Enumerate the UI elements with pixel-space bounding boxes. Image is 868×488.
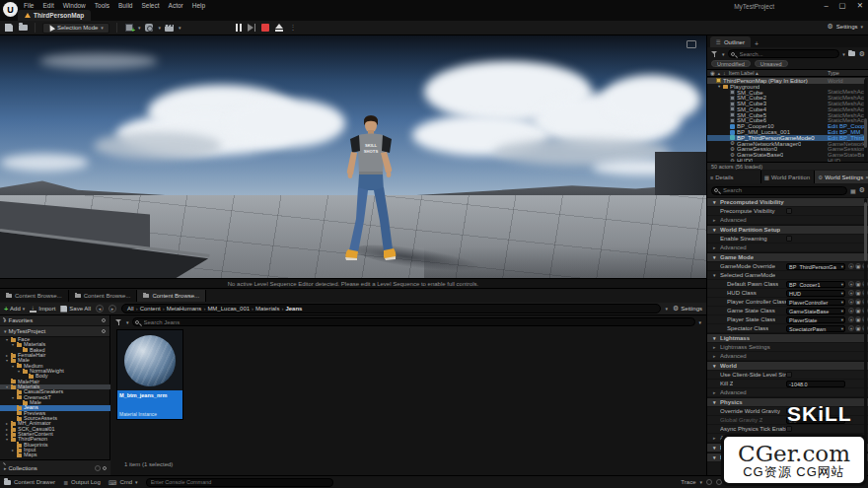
- property-row[interactable]: World: [707, 361, 868, 371]
- expander-arrow-icon[interactable]: [713, 217, 720, 223]
- property-value-dropdown[interactable]: BP_ThirdPersonGa: [786, 263, 845, 270]
- property-row[interactable]: Lightmass Settings: [707, 343, 868, 352]
- chevron-down-icon[interactable]: ▾: [698, 319, 701, 325]
- property-row[interactable]: Player State Class PlayerState: [707, 315, 868, 324]
- content-browser-tab[interactable]: Content Browse...: [137, 290, 206, 302]
- add-button[interactable]: + Add ▾: [4, 306, 25, 313]
- expander-arrow-icon[interactable]: [713, 272, 720, 278]
- level-tab[interactable]: ThirdPersonMap: [18, 10, 91, 21]
- menu-item[interactable]: Help: [192, 2, 205, 9]
- property-row[interactable]: Selected GameMode: [707, 271, 868, 280]
- property-row[interactable]: Kill Z -1048.0: [707, 380, 868, 388]
- expander-arrow-icon[interactable]: [713, 389, 720, 395]
- expander-arrow-icon[interactable]: [713, 353, 720, 359]
- selection-mode-dropdown[interactable]: Selection Mode ▾: [42, 23, 109, 34]
- level-viewport[interactable]: SKILL SHOTS No active Level Sequence Edi…: [0, 35, 706, 288]
- expander-arrow-icon[interactable]: [713, 199, 720, 205]
- browse-icon[interactable]: [855, 263, 861, 269]
- property-row[interactable]: Lightmass: [707, 333, 868, 343]
- use-selected-icon[interactable]: [848, 325, 854, 331]
- content-browser-tab[interactable]: Content Browse...: [69, 290, 138, 302]
- expander-arrow-icon[interactable]: [713, 399, 720, 405]
- asset-view[interactable]: ▾ ▾ M_btm_jeans_nrm Material Instance 1 …: [111, 315, 706, 476]
- breadcrumb-item[interactable]: All: [127, 306, 138, 312]
- expander-arrow-icon[interactable]: [713, 363, 720, 369]
- menu-item[interactable]: Select: [141, 2, 159, 9]
- back-button[interactable]: ◂: [96, 305, 104, 313]
- more-options-icon[interactable]: ⋮: [289, 24, 296, 32]
- content-drawer-icon[interactable]: [18, 23, 28, 33]
- chevron-down-icon[interactable]: ▾: [699, 479, 702, 485]
- asset-search-input[interactable]: [132, 317, 696, 326]
- property-row[interactable]: HUD Class HUD: [707, 289, 868, 298]
- property-row[interactable]: Advanced: [707, 244, 868, 252]
- checkbox[interactable]: [786, 426, 792, 432]
- collections-header[interactable]: ▸ Collections: [0, 459, 110, 476]
- use-selected-icon[interactable]: [848, 263, 854, 269]
- expander-arrow-icon[interactable]: ▾: [6, 437, 11, 443]
- browse-icon[interactable]: [855, 308, 861, 314]
- console-command-input[interactable]: [146, 478, 333, 487]
- maximize-viewport-icon[interactable]: [687, 40, 696, 48]
- expander-arrow-icon[interactable]: [713, 445, 720, 451]
- menu-item[interactable]: File: [24, 2, 34, 9]
- checkbox[interactable]: [786, 236, 792, 242]
- property-row[interactable]: Use Client-Side Level Streaming Volumes: [707, 371, 868, 380]
- breadcrumb-item[interactable]: Materials: [255, 306, 283, 312]
- filter-chip[interactable]: Unmodified: [711, 60, 751, 67]
- sort-icon[interactable]: ↓: [723, 70, 726, 76]
- property-row[interactable]: Player Controller Class PlayerController: [707, 298, 868, 307]
- outliner-search-input[interactable]: [728, 49, 840, 58]
- browse-icon[interactable]: [855, 316, 861, 322]
- eject-button[interactable]: [275, 24, 283, 32]
- expander-arrow-icon[interactable]: ▾: [12, 364, 17, 370]
- stop-button[interactable]: [261, 24, 269, 32]
- expander-arrow-icon[interactable]: ▾: [6, 384, 11, 390]
- item-label-column-header[interactable]: Item Label ▴: [729, 70, 759, 76]
- outliner-scrollbar[interactable]: [864, 79, 867, 161]
- forward-button[interactable]: ▸: [108, 305, 116, 313]
- use-selected-icon[interactable]: [848, 299, 854, 305]
- expander-arrow-icon[interactable]: ▾: [6, 358, 11, 364]
- expander-arrow-icon[interactable]: ▾: [6, 337, 11, 342]
- property-row[interactable]: Game State Class GameStateBase: [707, 307, 868, 315]
- type-column-header[interactable]: Type: [828, 70, 839, 76]
- chevron-down-icon[interactable]: ▾: [126, 319, 129, 325]
- gear-icon[interactable]: ⚙: [859, 50, 865, 58]
- expander-arrow-icon[interactable]: ▾: [12, 395, 17, 401]
- search-icon[interactable]: [102, 329, 106, 333]
- favorites-header[interactable]: ▸ Favorites: [0, 315, 109, 326]
- property-row[interactable]: Advanced: [707, 352, 868, 361]
- breadcrumb-item[interactable]: Content: [140, 306, 165, 312]
- property-value-dropdown[interactable]: -1048.0: [786, 381, 845, 387]
- status-indicator-icon[interactable]: [706, 479, 712, 485]
- cmd-dropdown[interactable]: ⌨ Cmd ▾: [108, 479, 138, 486]
- property-row[interactable]: Async Physics Tick Enabled: [707, 425, 868, 434]
- filter-funnel-icon[interactable]: [711, 50, 719, 58]
- search-icon[interactable]: [102, 318, 106, 322]
- expander-arrow-icon[interactable]: ▾: [18, 369, 23, 375]
- property-row[interactable]: Spectator Class SpectatorPawn: [707, 324, 868, 333]
- menu-item[interactable]: Actor: [169, 2, 183, 9]
- chevron-down-icon[interactable]: ▾: [179, 25, 181, 31]
- gear-icon[interactable]: ⚙: [859, 186, 865, 194]
- details-tab[interactable]: World Settings: [815, 171, 868, 183]
- chevron-down-icon[interactable]: ▾: [666, 306, 669, 312]
- property-value-dropdown[interactable]: HUD: [786, 290, 845, 297]
- property-value-dropdown[interactable]: PlayerController: [786, 299, 845, 306]
- cinematics-icon[interactable]: [165, 23, 175, 33]
- expander-arrow-icon[interactable]: [713, 435, 720, 441]
- output-log-button[interactable]: ≣ Output Log: [63, 479, 101, 486]
- menu-item[interactable]: Build: [118, 2, 132, 9]
- tab-outliner[interactable]: ☰ Outliner: [710, 36, 751, 47]
- property-row[interactable]: Precomputed Visibility: [707, 197, 868, 207]
- filter-funnel-icon[interactable]: [115, 318, 123, 326]
- save-all-button[interactable]: Save All: [60, 306, 91, 313]
- expander-arrow-icon[interactable]: ▾: [12, 342, 17, 348]
- property-row[interactable]: Advanced: [707, 388, 868, 397]
- breadcrumb-item[interactable]: MM_Lucas_001: [207, 306, 253, 312]
- new-folder-icon[interactable]: [848, 49, 856, 59]
- filter-chip[interactable]: Unsaved: [755, 60, 788, 67]
- use-selected-icon[interactable]: [848, 316, 854, 322]
- details-search-input[interactable]: [711, 186, 847, 195]
